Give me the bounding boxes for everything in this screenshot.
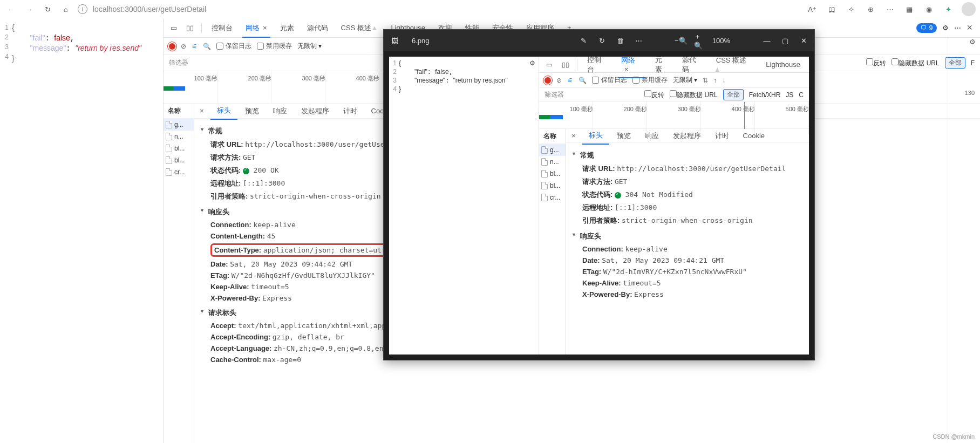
warn-icon: ▲ <box>371 24 378 32</box>
hide-data-url-checkbox[interactable]: 隐藏数据 URL <box>891 58 939 68</box>
json-content: { "fail": false, "message": "return by r… <box>12 18 163 443</box>
inner-request-row: cr... <box>539 192 566 203</box>
inspect-icon[interactable]: ▭ <box>167 21 181 35</box>
url-host: localhost <box>93 5 122 13</box>
request-row[interactable]: n... <box>164 131 194 142</box>
issues-badge[interactable]: 🗩 9 <box>916 23 937 33</box>
viewer-image: 1234 { "fail": false, "message": "return… <box>389 57 809 355</box>
tab-css[interactable]: CSS 概述 ▲ <box>336 19 384 37</box>
right-strip: 130 <box>948 37 980 443</box>
file-icon <box>166 145 172 152</box>
devtools-more-icon[interactable]: ⋯ <box>954 24 961 32</box>
more-icon[interactable]: ⋯ <box>634 35 644 46</box>
collections-icon[interactable]: ⊕ <box>865 3 876 15</box>
search-icon[interactable]: 🔍 <box>203 43 211 50</box>
zoom-in-icon[interactable]: ＋🔍 <box>694 35 705 46</box>
site-info-icon[interactable]: i <box>78 4 87 14</box>
extension-1-icon[interactable]: ▦ <box>903 3 915 15</box>
url-text[interactable]: localhost:3000/user/getUserDetail <box>93 5 206 13</box>
detail-tab-preview[interactable]: 预览 <box>239 104 266 119</box>
tab-sources[interactable]: 源代码 <box>302 19 334 37</box>
file-icon <box>166 133 172 140</box>
tab-close-icon[interactable]: × <box>263 24 267 32</box>
inner-request-row: n... <box>539 156 566 168</box>
viewer-titlebar[interactable]: 🖼 6.png ✎ ↻ 🗑 ⋯ −🔍 ＋🔍 100% — ▢ ✕ <box>384 30 814 51</box>
url-path: :3000/user/getUserDetail <box>122 5 206 13</box>
edit-icon[interactable]: ✎ <box>579 35 589 46</box>
inner-detail-headers: 标头 <box>582 129 609 145</box>
inner-device-icon: ▯▯ <box>559 58 573 72</box>
zoom-out-icon[interactable]: −🔍 <box>676 35 686 46</box>
detail-tab-response[interactable]: 响应 <box>267 104 294 119</box>
zoom-level: 100% <box>712 37 730 45</box>
response-panel: 1234 { "fail": false, "message": "return… <box>0 18 163 443</box>
inner-tab-lighthouse: Lighthouse <box>760 57 806 73</box>
home-button[interactable]: ⌂ <box>59 3 72 16</box>
inner-tab-css: CSS 概述 ▲ <box>711 57 759 78</box>
inner-filter-all: 全部 <box>723 89 744 100</box>
disable-cache-checkbox[interactable]: 禁用缓存 <box>257 42 292 51</box>
device-mode-icon[interactable]: ▯▯ <box>183 21 197 35</box>
maximize-icon[interactable]: ▢ <box>780 35 791 46</box>
filter-input[interactable]: 筛选器 <box>169 58 188 67</box>
line-gutter: 1234 <box>0 18 12 443</box>
rotate-icon[interactable]: ↻ <box>597 35 608 46</box>
file-icon <box>166 168 172 176</box>
profile-avatar[interactable] <box>962 2 976 16</box>
refresh-button[interactable]: ↻ <box>41 3 54 16</box>
file-icon <box>166 121 172 128</box>
inner-inspect-icon: ▭ <box>542 58 556 72</box>
inner-tab-sources: 源代码 <box>677 57 709 79</box>
throttle-select[interactable]: 无限制 ▾ <box>297 42 322 51</box>
inner-request-row: bl... <box>539 180 566 192</box>
tab-console[interactable]: 控制台 <box>206 19 238 37</box>
request-row[interactable]: g... <box>164 119 194 131</box>
preserve-log-checkbox[interactable]: 保留日志 <box>216 42 251 51</box>
favorites-icon[interactable]: ✧ <box>845 3 857 15</box>
inner-request-row: g... <box>539 144 566 156</box>
image-viewer-window: 🖼 6.png ✎ ↻ 🗑 ⋯ −🔍 ＋🔍 100% — ▢ ✕ 1234 <box>383 29 815 360</box>
image-icon: 🖼 <box>389 35 400 46</box>
read-aloud-icon[interactable]: 🕮 <box>826 3 838 15</box>
watermark: CSDN @mkmin <box>933 433 975 440</box>
inner-clear-button: ⊘ <box>556 77 562 84</box>
detail-close-icon[interactable]: × <box>194 107 209 115</box>
extension-2-icon[interactable]: ◉ <box>923 3 935 15</box>
inner-tab-elements: 元素 <box>650 57 675 79</box>
filter-icon[interactable]: ⚟ <box>192 43 198 50</box>
inner-settings-icon: ⚙ <box>529 59 535 67</box>
delete-icon[interactable]: 🗑 <box>615 35 626 46</box>
devtools-settings-icon[interactable]: ⚙ <box>942 24 949 32</box>
file-icon <box>166 156 172 164</box>
request-row[interactable]: cr... <box>164 166 194 178</box>
request-row[interactable]: bl... <box>164 142 194 154</box>
window-close-icon[interactable]: ✕ <box>798 35 809 46</box>
back-button[interactable]: ← <box>4 3 17 16</box>
extensions-icon[interactable]: ⋯ <box>884 3 896 15</box>
record-button[interactable] <box>169 43 175 50</box>
request-list: 名称 g... n... bl... bl... cr... <box>164 104 194 443</box>
detail-tab-initiator[interactable]: 发起程序 <box>295 104 336 119</box>
inner-request-row: bl... <box>539 168 566 180</box>
tab-elements[interactable]: 元素 <box>275 19 300 37</box>
detail-tab-timing[interactable]: 计时 <box>337 104 364 119</box>
invert-checkbox[interactable]: 反转 <box>866 58 886 68</box>
timeline-overflow-label: 130 <box>965 90 975 96</box>
tab-network[interactable]: 网络× <box>240 19 273 37</box>
inner-tab-console: 控制台 <box>582 57 614 79</box>
text-size-icon[interactable]: A⁺ <box>806 3 818 15</box>
minimize-icon[interactable]: — <box>761 35 772 46</box>
name-column-header[interactable]: 名称 <box>164 104 194 119</box>
inner-detail-close: × <box>566 132 581 140</box>
extension-3-icon[interactable]: ✦ <box>942 3 954 15</box>
request-row[interactable]: bl... <box>164 154 194 166</box>
inner-tab-network: 网络× <box>616 57 648 78</box>
status-dot-icon <box>243 168 249 174</box>
inner-filter-input: 筛选器 <box>545 90 564 99</box>
devtools-close-icon[interactable]: × <box>967 22 972 33</box>
inner-filter-icon: ⚟ <box>567 77 573 84</box>
clear-button[interactable]: ⊘ <box>181 43 186 50</box>
viewer-filename: 6.png <box>412 37 430 45</box>
forward-button[interactable]: → <box>23 3 36 16</box>
detail-tab-headers[interactable]: 标头 <box>210 104 237 120</box>
